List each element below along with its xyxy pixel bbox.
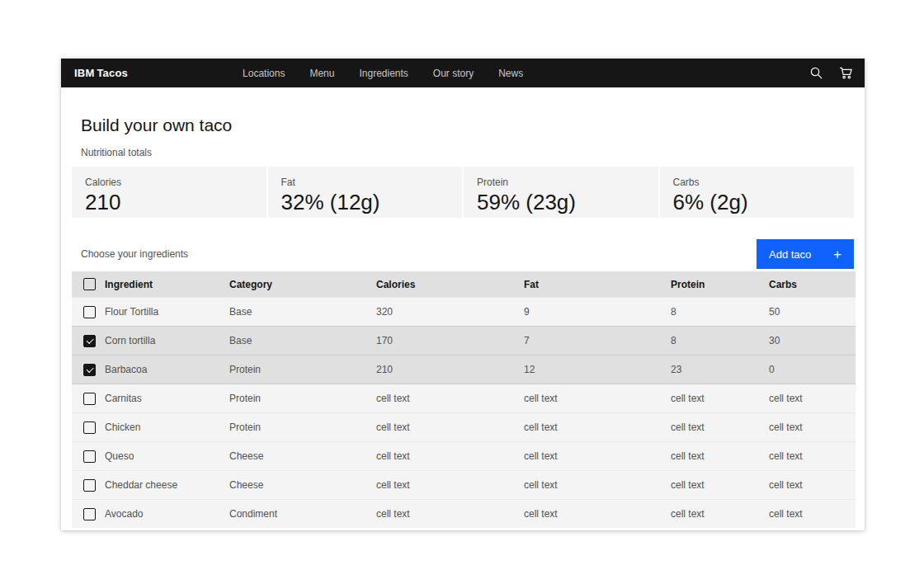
- select-all-checkbox[interactable]: [83, 278, 96, 290]
- main-content: Build your own taco Nutritional totals C…: [61, 115, 865, 528]
- cell-ingredient: Corn tortilla: [105, 335, 229, 346]
- cell-carbs: cell text: [769, 422, 856, 433]
- cell-carbs: cell text: [769, 393, 856, 404]
- col-calories[interactable]: Calories: [376, 279, 524, 290]
- row-checkbox[interactable]: [83, 508, 96, 520]
- nav-item-menu[interactable]: Menu: [309, 68, 334, 79]
- table-row[interactable]: BarbacoaProtein21012230: [72, 355, 856, 384]
- tile-fat: Fat 32% (12g): [268, 167, 463, 218]
- cell-protein: cell text: [671, 393, 769, 404]
- row-checkbox[interactable]: [83, 393, 96, 405]
- cell-protein: 8: [671, 306, 769, 318]
- cell-fat: cell text: [524, 393, 671, 404]
- cell-ingredient: Flour Tortilla: [105, 306, 229, 318]
- tile-label: Carbs: [673, 177, 842, 188]
- cell-calories: cell text: [376, 450, 524, 462]
- cell-ingredient: Chicken: [105, 422, 229, 433]
- table-row[interactable]: Corn tortillaBase1707830: [72, 326, 856, 355]
- cell-ingredient: Barbacoa: [105, 364, 229, 375]
- brand-prefix: IBM: [74, 67, 94, 79]
- tile-value: 59% (23g): [477, 189, 645, 215]
- nav-item-our-story[interactable]: Our story: [433, 68, 474, 79]
- select-all-cell: [72, 278, 105, 290]
- cart-icon[interactable]: [839, 66, 853, 80]
- totals-label: Nutritional totals: [81, 147, 854, 158]
- nav-item-news[interactable]: News: [498, 68, 523, 79]
- header-actions: [809, 66, 853, 80]
- cell-category: Base: [229, 335, 376, 346]
- cell-calories: 320: [376, 306, 524, 318]
- cell-category: Cheese: [229, 479, 376, 491]
- app-window: IBMTacos Locations Menu Ingredients Our …: [61, 59, 865, 530]
- add-taco-label: Add taco: [769, 248, 811, 261]
- table-header-row: Ingredient Category Calories Fat Protein…: [72, 271, 856, 297]
- table-row[interactable]: Cheddar cheeseCheesecell textcell textce…: [72, 470, 856, 499]
- cell-category: Base: [229, 306, 376, 318]
- row-checkbox[interactable]: [83, 364, 96, 376]
- cell-protein: cell text: [671, 450, 769, 462]
- cell-category: Protein: [229, 364, 376, 375]
- cell-ingredient: Carnitas: [105, 393, 229, 404]
- cell-carbs: cell text: [769, 508, 856, 520]
- cell-carbs: 50: [769, 306, 856, 318]
- tile-label: Calories: [85, 177, 253, 188]
- tile-value: 32% (12g): [281, 189, 450, 215]
- cell-ingredient: Avocado: [105, 508, 229, 520]
- cell-protein: 8: [671, 335, 769, 346]
- table-row[interactable]: Flour TortillaBase3209850: [72, 297, 856, 326]
- cell-carbs: 30: [769, 335, 856, 346]
- cell-ingredient: Cheddar cheese: [105, 479, 229, 491]
- col-ingredient[interactable]: Ingredient: [105, 279, 229, 290]
- ingredients-table: Ingredient Category Calories Fat Protein…: [72, 271, 856, 528]
- cell-protein: cell text: [671, 422, 769, 433]
- add-taco-button[interactable]: Add taco +: [757, 239, 854, 269]
- app-header: IBMTacos Locations Menu Ingredients Our …: [61, 59, 865, 87]
- page-title: Build your own taco: [81, 115, 854, 135]
- col-category[interactable]: Category: [229, 279, 376, 290]
- nav-item-ingredients[interactable]: Ingredients: [359, 68, 408, 79]
- row-checkbox-cell: [72, 306, 105, 318]
- tile-carbs: Carbs 6% (2g): [660, 167, 855, 218]
- cell-category: Protein: [229, 422, 376, 433]
- cell-fat: cell text: [524, 450, 671, 462]
- cell-calories: cell text: [376, 422, 524, 433]
- plus-icon: +: [833, 247, 842, 261]
- row-checkbox-cell: [72, 335, 105, 347]
- cell-calories: 170: [376, 335, 524, 346]
- cell-ingredient: Queso: [105, 450, 229, 462]
- cell-fat: 7: [524, 335, 671, 346]
- cell-carbs: 0: [769, 364, 856, 375]
- tile-calories: Calories 210: [72, 167, 266, 218]
- cell-calories: 210: [376, 364, 524, 375]
- table-toolbar: Choose your ingredients Add taco +: [72, 239, 854, 269]
- cell-calories: cell text: [376, 479, 524, 491]
- row-checkbox-cell: [72, 393, 105, 405]
- row-checkbox-cell: [72, 450, 105, 463]
- cell-protein: cell text: [671, 479, 769, 491]
- table-row[interactable]: CarnitasProteincell textcell textcell te…: [72, 384, 856, 412]
- table-row[interactable]: ChickenProteincell textcell textcell tex…: [72, 412, 856, 441]
- row-checkbox[interactable]: [83, 422, 96, 434]
- nutrition-tiles: Calories 210 Fat 32% (12g) Protein 59% (…: [72, 167, 854, 218]
- row-checkbox[interactable]: [83, 335, 96, 347]
- row-checkbox[interactable]: [83, 479, 96, 492]
- cell-fat: cell text: [524, 479, 671, 491]
- cell-fat: cell text: [524, 422, 671, 433]
- row-checkbox[interactable]: [83, 306, 96, 318]
- cell-fat: cell text: [524, 508, 671, 520]
- row-checkbox[interactable]: [83, 450, 96, 463]
- cell-category: Protein: [229, 393, 376, 404]
- tile-value: 6% (2g): [673, 189, 842, 215]
- nav-item-locations[interactable]: Locations: [243, 68, 285, 79]
- cell-carbs: cell text: [769, 479, 856, 491]
- brand[interactable]: IBMTacos: [74, 67, 128, 79]
- table-row[interactable]: QuesoCheesecell textcell textcell textce…: [72, 441, 856, 470]
- col-fat[interactable]: Fat: [524, 279, 671, 290]
- table-row[interactable]: AvocadoCondimentcell textcell textcell t…: [72, 499, 856, 528]
- brand-name: Tacos: [97, 67, 128, 79]
- tile-label: Protein: [477, 177, 645, 188]
- col-protein[interactable]: Protein: [671, 279, 769, 290]
- row-checkbox-cell: [72, 364, 105, 376]
- col-carbs[interactable]: Carbs: [769, 279, 856, 290]
- search-icon[interactable]: [809, 66, 823, 80]
